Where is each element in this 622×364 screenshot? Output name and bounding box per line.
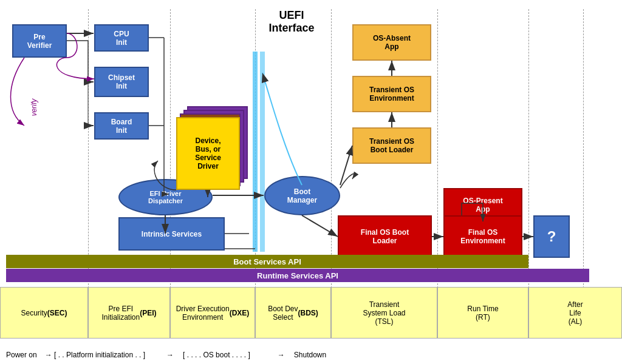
svg-line-17 [302,215,338,237]
final-os-boot-loader-box: Final OS BootLoader [338,215,432,258]
bottom-arrows: Power on → [ . . Platform initialization… [6,351,616,359]
diagram-container: UEFIInterface PreVerifier CPUInit Chipse… [0,0,622,364]
phase-rt: Run Time(RT) [437,287,528,339]
device-driver-box: Device,Bus, orServiceDriver [176,117,240,190]
transient-os-env-box: Transient OSEnvironment [352,76,431,112]
cpu-init-box: CPUInit [94,24,149,52]
os-absent-app-box: OS-AbsentApp [352,24,431,61]
uefi-label: UEFIInterface [243,9,340,35]
phase-row: Security(SEC) Pre EFIInitialization(PEI)… [0,287,622,339]
chipset-init-box: ChipsetInit [94,67,149,97]
board-init-box: BoardInit [94,112,149,140]
uefi-bar-left [253,52,258,252]
phase-pei: Pre EFIInitialization(PEI) [88,287,170,339]
uefi-bar-right [260,52,265,252]
boot-manager: BootManager [264,176,340,215]
final-os-env-box: Final OSEnvironment [443,215,522,258]
phase-tsl: TransientSystem Load(TSL) [331,287,437,339]
vline-4 [331,9,332,288]
vline-5 [437,9,438,288]
vline-7 [583,9,584,288]
phase-sec: Security(SEC) [0,287,88,339]
phase-bds: Boot DevSelect(BDS) [255,287,331,339]
intrinsic-services-box: Intrinsic Services [118,217,225,251]
pre-verifier-box: PreVerifier [12,24,67,58]
vline-6 [528,9,529,288]
boot-services-bar: Boot Services API [6,255,528,268]
phase-dxe: Driver ExecutionEnvironment(DXE) [170,287,255,339]
vline-1 [88,9,89,288]
runtime-services-bar: Runtime Services API [6,269,589,282]
svg-line-18 [340,146,352,185]
verify-label: verify [30,99,38,116]
question-box: ? [533,215,570,258]
phase-al: AfterLife(AL) [528,287,622,339]
transient-os-boot-box: Transient OSBoot Loader [352,127,431,164]
